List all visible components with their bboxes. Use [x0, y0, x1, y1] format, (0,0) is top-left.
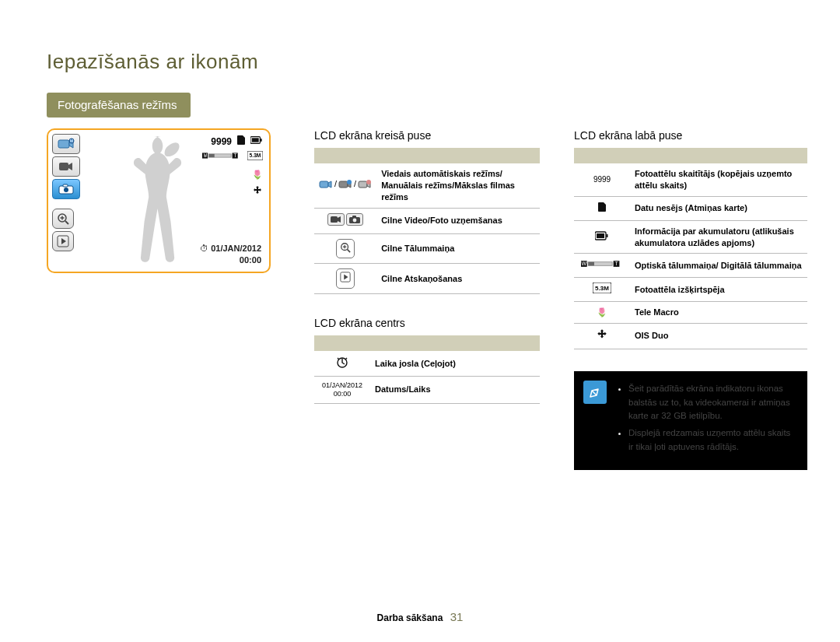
zoom-wt-icon: WT: [574, 254, 630, 278]
table-row: WT Optiskā tālummaiņa/ Digitālā tālummai…: [574, 254, 807, 278]
ois-icon: [574, 323, 630, 349]
date: 01/JAN/2012: [211, 244, 261, 253]
svg-rect-24: [320, 181, 328, 188]
table-row: 🌷 Tele Macro: [574, 302, 807, 324]
time: 00:00: [200, 254, 261, 266]
svg-rect-42: [597, 233, 604, 238]
center-table: Laika josla (Ceļojot) 01/JAN/2012 00:00 …: [314, 335, 540, 403]
row-label: Fotoattēlu skaitītājs (kopējais uzņemto …: [630, 163, 807, 196]
page-number: 31: [450, 610, 464, 623]
zoom-wt-icon: WT: [202, 150, 241, 161]
row-label: Optiskā tālummaiņa/ Digitālā tālummaiņa: [630, 254, 807, 278]
svg-rect-15: [252, 139, 259, 142]
row-label: Datums/Laiks: [370, 377, 540, 404]
table-row: Cilne Tālummaiņa: [314, 233, 540, 264]
svg-text:5.3M: 5.3M: [250, 153, 261, 159]
svg-point-5: [64, 188, 68, 192]
svg-text:T: T: [614, 261, 618, 267]
page: Iepazīšanās ar ikonām Fotografēšanas rež…: [0, 0, 840, 642]
right-table: 9999 Fotoattēlu skaitītājs (kopējais uzņ…: [574, 148, 807, 349]
zoom-indicator-row: WT 5.3M: [202, 150, 263, 161]
svg-rect-41: [607, 234, 608, 237]
row-label: Tele Macro: [630, 302, 807, 324]
mode-pill: Fotografēšanas režīms: [47, 93, 191, 118]
table-row: OIS Duo: [574, 323, 807, 349]
preview-sidebar: M: [52, 134, 80, 251]
svg-marker-12: [61, 238, 66, 244]
row-label: Fotoattēla izšķirtspēja: [630, 278, 807, 302]
svg-rect-46: [588, 262, 594, 266]
row-label: Informācija par akumulatoru (atlikušais …: [630, 220, 807, 254]
table-row: / / Viedais automātiskais režīms/ Manuāl…: [314, 163, 540, 208]
svg-rect-3: [59, 163, 68, 170]
svg-rect-6: [63, 184, 68, 187]
note-item: Displejā redzamais uzņemto attēlu skaits…: [628, 428, 790, 451]
res-icon: 5.3M: [574, 278, 630, 302]
svg-rect-27: [359, 181, 367, 188]
svg-rect-14: [261, 139, 262, 142]
svg-text:5.3M: 5.3M: [595, 285, 609, 292]
right-table-title: LCD ekrāna labā puse: [574, 128, 807, 143]
svg-rect-25: [339, 181, 348, 188]
footer-section: Darba sākšana: [377, 612, 443, 623]
note-item: Šeit parādītās ekrāna indikatoru ikonas …: [628, 384, 790, 421]
photo-tab-active[interactable]: [52, 179, 80, 199]
datetime-display: 01/JAN/2012 00:00: [200, 243, 261, 266]
note-icon: [583, 381, 607, 404]
ois-icon: [252, 185, 263, 199]
svg-marker-38: [344, 275, 348, 280]
svg-line-34: [348, 249, 351, 252]
row-label: Viedais automātiskais režīms/ Manuālais …: [376, 163, 540, 208]
res-icon: 5.3M: [247, 151, 263, 160]
table-row: Cilne Atskaņošanas: [314, 264, 540, 294]
mid-right-icons: 🌷: [252, 169, 263, 199]
lcd-preview: M: [47, 128, 271, 273]
svg-rect-32: [352, 216, 356, 218]
playback-tab[interactable]: [52, 231, 74, 251]
battery-icon: [250, 135, 263, 148]
center-table-title: LCD ekrāna centrs: [314, 316, 540, 331]
silhouette-graphic: [115, 136, 193, 268]
table-row: 9999 Fotoattēlu skaitītājs (kopējais uzņ…: [574, 163, 807, 196]
zoom-icon: [314, 233, 376, 264]
telemacro-icon: 🌷: [574, 302, 630, 324]
row-label: Laika josla (Ceļojot): [370, 351, 540, 376]
left-column: LCD ekrāna kreisā puse / / Viedais autom…: [314, 128, 540, 425]
row-label: Cilne Atskaņošanas: [376, 264, 540, 294]
footer: Darba sākšana 31: [0, 609, 840, 625]
battery-icon: [574, 220, 630, 254]
row-label: Datu nesējs (Atmiņas karte): [630, 196, 807, 220]
table-row: Laika josla (Ceļojot): [314, 351, 540, 376]
preview-column: M: [47, 128, 280, 273]
note-box: Šeit parādītās ekrāna indikatoru ikonas …: [574, 371, 807, 470]
mode-tab[interactable]: M: [52, 134, 80, 154]
table-row: Datu nesējs (Atmiņas karte): [574, 196, 807, 220]
table-row: Cilne Video/Foto uzņemšanas: [314, 208, 540, 233]
svg-line-8: [65, 221, 68, 224]
vidphoto-icon: [314, 208, 376, 233]
count-aux: 9999: [574, 163, 630, 196]
page-title: Iepazīšanās ar ikonām: [47, 48, 793, 75]
shot-counter: 9999: [211, 135, 232, 148]
svg-rect-0: [58, 140, 69, 148]
row-label: Cilne Video/Foto uzņemšanas: [376, 208, 540, 233]
video-tab[interactable]: [52, 156, 80, 177]
svg-point-26: [347, 180, 352, 184]
content-layout: M: [47, 128, 793, 470]
play-icon: [314, 264, 376, 294]
top-status: 9999: [211, 135, 263, 149]
svg-text:W: W: [582, 261, 587, 267]
row-label: OIS Duo: [630, 323, 807, 349]
svg-point-31: [353, 218, 357, 222]
sdcard-icon: [574, 196, 630, 220]
svg-point-28: [366, 180, 371, 184]
svg-text:M: M: [70, 139, 73, 143]
left-table-title: LCD ekrāna kreisā puse: [314, 128, 540, 143]
table-row: 5.3M Fotoattēla izšķirtspēja: [574, 278, 807, 302]
table-row: 01/JAN/2012 00:00 Datums/Laiks: [314, 377, 540, 404]
modes-row-icon: / /: [314, 163, 376, 208]
zoom-tab[interactable]: [52, 209, 74, 229]
table-row: Informācija par akumulatoru (atlikušais …: [574, 220, 807, 254]
left-table: / / Viedais automātiskais režīms/ Manuāl…: [314, 148, 540, 294]
sdcard-icon: [236, 135, 247, 149]
